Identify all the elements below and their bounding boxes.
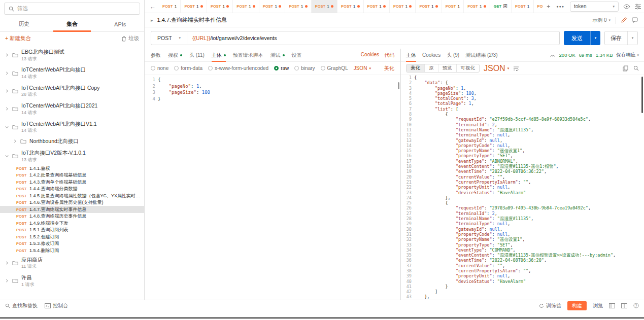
collapse-icon[interactable]: ▸	[151, 18, 153, 23]
scrollbar-thumb[interactable]	[641, 77, 643, 113]
response-section-tab[interactable]: 测试结果 (2/3)	[465, 49, 497, 61]
open-tab[interactable]: POST 1	[464, 0, 490, 13]
chevron-icon[interactable]	[4, 107, 9, 111]
two-pane-view-icon[interactable]	[609, 303, 615, 308]
request-item[interactable]: POST 1.4.7.查询终端实时事件信息	[0, 206, 144, 213]
sidebar-tab[interactable]: 集合	[48, 17, 96, 31]
request-editor-tab[interactable]: 测试	[270, 49, 285, 61]
response-format-dropdown[interactable]: JSON ▾	[484, 64, 509, 73]
save-options-button[interactable]: ▾	[627, 31, 637, 45]
chevron-icon[interactable]	[4, 53, 9, 57]
split-view-icon[interactable]	[621, 303, 627, 308]
collection-item[interactable]: IoT北向接口V2版本-V.1.0.1 13 请求	[0, 147, 144, 165]
body-type-radio[interactable]: binary	[294, 65, 315, 71]
body-format-dropdown[interactable]: JSON ▾	[354, 65, 371, 71]
code-area[interactable]: { "pageNo": 1, "pageSize": 100}	[158, 77, 400, 300]
save-response-button[interactable]: 保存响应 ▾	[616, 52, 639, 58]
request-item[interactable]: POST 1.5.3.修改订阅	[0, 240, 144, 247]
body-type-radio[interactable]: raw	[274, 65, 289, 71]
request-item[interactable]: POST 1.4.3.查询单个终端基础信息	[0, 179, 144, 186]
chevron-icon[interactable]	[4, 125, 9, 129]
settings-button[interactable]	[635, 4, 641, 10]
browse-button[interactable]: 浏览	[593, 302, 603, 309]
request-editor-tab[interactable]: 主体	[212, 49, 226, 61]
response-section-tab[interactable]: 主体	[406, 49, 416, 61]
request-item[interactable]: POST 1.5.1.查询订阅列表	[0, 227, 144, 234]
build-button[interactable]: 构建	[567, 301, 587, 310]
sidebar-filter-input[interactable]: 筛选	[4, 3, 140, 15]
request-editor-tab[interactable]: 头 (11)	[189, 49, 205, 61]
chevron-icon[interactable]	[4, 261, 9, 265]
request-item[interactable]: POST 1.5.4.删除订阅	[0, 247, 144, 254]
sidebar-tab[interactable]: 历史	[0, 17, 48, 31]
collection-item[interactable]: IoTCenterWebAPI北向接口2021 14 请求	[0, 100, 144, 118]
open-tab[interactable]: POST 1	[285, 0, 311, 13]
request-editor-tab[interactable]: 预置请求脚本	[233, 49, 263, 61]
request-item[interactable]: POST 1.5.2.创建订阅	[0, 233, 144, 240]
open-tab[interactable]: POST 1	[390, 0, 416, 13]
open-tab[interactable]: POST 1	[442, 0, 464, 13]
request-item[interactable]: POST 1.4.2.批量查询终端基础信息	[0, 172, 144, 179]
search-icon[interactable]	[633, 65, 639, 71]
response-body-viewer[interactable]: 1234567891011121314151617181920212223242…	[401, 75, 644, 300]
cookies-link[interactable]: Cookies	[361, 52, 379, 59]
response-section-tab[interactable]: 头 (9)	[447, 49, 459, 61]
save-button[interactable]: 保存	[605, 31, 627, 45]
scrollbar-thumb[interactable]	[398, 82, 399, 89]
body-type-radio[interactable]: form-data	[174, 65, 202, 71]
chevron-icon[interactable]	[4, 154, 9, 158]
console-button[interactable]: 控制台	[45, 302, 68, 309]
folder-item[interactable]: Northbound北向接口	[0, 136, 144, 147]
send-button[interactable]: 发送	[564, 31, 590, 45]
open-tab[interactable]: POST 1	[181, 0, 207, 13]
comments-icon[interactable]	[632, 17, 638, 23]
chevron-icon[interactable]	[4, 89, 9, 93]
request-item[interactable]: POST 1.4.6.查询设备属性历史值(支持批量)	[0, 199, 144, 206]
open-tab[interactable]: POST 1	[233, 0, 259, 13]
open-tab[interactable]: POST 1	[259, 0, 285, 13]
environment-quicklook-button[interactable]	[623, 4, 630, 9]
open-tab[interactable]: POST 1	[534, 0, 544, 13]
beautify-link[interactable]: 美化	[384, 65, 394, 72]
view-mode-button[interactable]: 美化	[406, 64, 424, 72]
open-tab[interactable]: POST 1	[364, 0, 390, 13]
request-item[interactable]: POST 1.4.1.鉴权	[0, 165, 144, 172]
add-tab-button[interactable]: +	[544, 3, 553, 10]
request-item[interactable]: POST 1.4.4.查询终端分类数据	[0, 186, 144, 193]
sidebar-tab[interactable]: APIs	[96, 17, 144, 31]
tabs-scroll-left-icon[interactable]: ←	[148, 3, 158, 10]
wrap-text-icon[interactable]	[513, 66, 519, 71]
body-type-radio[interactable]: GraphQL	[321, 65, 348, 71]
request-item[interactable]: POST 1.4.5.批量查询终端属性数据（包含YC、YX属性实时值）	[0, 192, 144, 199]
open-tab[interactable]: POST 1	[159, 0, 181, 13]
collection-item[interactable]: IoTCenterWebAPI北向接口V1.1 14 请求	[0, 118, 144, 136]
request-item[interactable]: POST 1.4.9.终端指令下发	[0, 220, 144, 227]
view-mode-button[interactable]: 原	[424, 64, 438, 72]
help-icon[interactable]: ?	[633, 303, 639, 308]
collection-item[interactable]: 应用商店 11 请求	[0, 254, 144, 272]
body-type-radio[interactable]: x-www-form-urlencoded	[208, 65, 268, 71]
collection-item[interactable]: EBG北向接口测试 13 请求	[0, 46, 144, 64]
code-link[interactable]: 代码	[384, 52, 394, 59]
view-mode-button[interactable]: 可视化	[456, 64, 480, 72]
url-input[interactable]: {{URL}}/iot/ganwei/v2/device/events	[187, 35, 282, 41]
chevron-icon[interactable]	[12, 139, 17, 143]
body-type-radio[interactable]: none	[151, 65, 168, 71]
new-collection-button[interactable]: + 新建集合	[5, 35, 31, 42]
tab-options-button[interactable]: ●●●	[554, 5, 567, 8]
open-tab[interactable]: GET 周	[490, 0, 512, 13]
request-editor-tab[interactable]: 授权	[168, 49, 182, 61]
open-tab[interactable]: POST 1	[312, 0, 337, 13]
collection-item[interactable]: IoTCenterWebAPI北向接口 Copy 28 请求	[0, 82, 144, 100]
chevron-icon[interactable]	[4, 72, 9, 75]
open-tab[interactable]: POST 1	[416, 0, 442, 13]
request-editor-tab[interactable]: 设置	[292, 49, 302, 61]
request-item[interactable]: POST 1.4.8.查询终端历史事件信息	[0, 213, 144, 220]
examples-dropdown[interactable]: 示例 0 ▾	[592, 17, 611, 24]
collection-item[interactable]: 许昌 1 请求	[0, 272, 144, 290]
request-editor-tab[interactable]: 参数	[151, 49, 161, 61]
send-options-button[interactable]: ▾	[590, 31, 600, 45]
find-replace-button[interactable]: 查找和替换	[5, 302, 38, 309]
chevron-icon[interactable]	[4, 279, 9, 282]
open-tab[interactable]: POST 1	[337, 0, 363, 13]
